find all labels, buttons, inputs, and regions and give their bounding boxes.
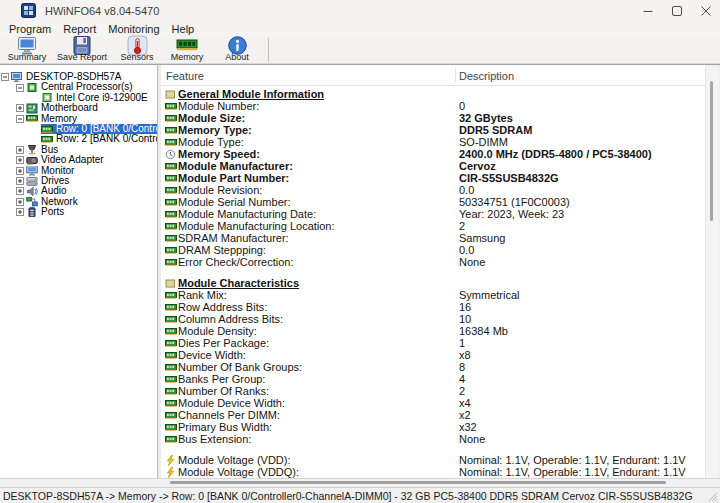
toolbar-button-memory[interactable]: Memory [162, 37, 212, 63]
tree-item-row-0-bank-0-controller0-c[interactable]: Row: 0 [BANK 0/Controller0-C [0, 124, 157, 134]
expand-plus-icon[interactable] [16, 146, 24, 154]
horizontal-scrollbar-thumb[interactable] [170, 481, 666, 484]
ram-icon [165, 221, 177, 232]
collapse-minus-icon[interactable] [16, 115, 24, 123]
tree-item-label: Ports [41, 207, 64, 217]
vertical-scrollbar[interactable] [705, 66, 718, 478]
feature-label: Column Address Bits: [178, 313, 283, 325]
list-row-module-density[interactable]: Module Density:16384 Mb [161, 325, 706, 337]
cpu-chip-icon [41, 93, 53, 103]
tree-item-motherboard[interactable]: Motherboard [0, 103, 157, 113]
list-row-module-size[interactable]: Module Size:32 GBytes [161, 112, 706, 124]
tree-item-audio[interactable]: Audio [0, 186, 157, 196]
tree-item-desktop-8sdh57a[interactable]: DESKTOP-8SDH57A [0, 72, 157, 82]
list-row-memory-speed[interactable]: Memory Speed:2400.0 MHz (DDR5-4800 / PC5… [161, 148, 706, 160]
drives-icon [26, 176, 38, 186]
list-row-module-manufacturing-location[interactable]: Module Manufacturing Location:2 [161, 220, 706, 232]
column-divider[interactable] [455, 68, 456, 82]
toolbar-button-label: Summary [8, 53, 47, 62]
maximize-button[interactable] [662, 0, 691, 21]
list-row-bus-extension[interactable]: Bus Extension:None [161, 433, 706, 445]
expand-plus-icon[interactable] [16, 167, 24, 175]
list-row-memory-type[interactable]: Memory Type:DDR5 SDRAM [161, 124, 706, 136]
horizontal-scrollbar[interactable] [0, 478, 720, 487]
status-text: DESKTOP-8SDH57A -> Memory -> Row: 0 [BAN… [3, 490, 693, 502]
list-row-device-width[interactable]: Device Width:x8 [161, 349, 706, 361]
list-row-error-check-correction[interactable]: Error Check/Correction:None [161, 256, 706, 268]
feature-label: Dies Per Package: [178, 337, 269, 349]
tree-item-video-adapter[interactable]: Video Adapter [0, 155, 157, 165]
expand-plus-icon[interactable] [16, 187, 24, 195]
menu-item-help[interactable]: Help [166, 22, 201, 36]
summary-computer-icon [16, 37, 38, 53]
audio-icon [26, 186, 38, 196]
list-row-banks-per-group[interactable]: Banks Per Group:4 [161, 373, 706, 385]
tree-item-memory[interactable]: Memory [0, 114, 157, 124]
vertical-scrollbar-thumb[interactable] [710, 81, 713, 221]
list-row-module-manufacturer[interactable]: Module Manufacturer:Cervoz [161, 160, 706, 172]
expand-plus-icon[interactable] [16, 198, 24, 206]
tree-item-central-processor-s[interactable]: Central Processor(s) [0, 82, 157, 92]
tree-item-row-2-bank-0-controller1-c[interactable]: Row: 2 [BANK 0/Controller1-C [0, 134, 157, 144]
toolbar-button-sensors[interactable]: Sensors [112, 37, 162, 63]
list-row-module-voltage-vdd[interactable]: Module Voltage (VDD):Nominal: 1.1V, Oper… [161, 454, 706, 466]
ram-icon [165, 434, 177, 445]
list-row-sdram-manufacturer[interactable]: SDRAM Manufacturer:Samsung [161, 232, 706, 244]
minimize-button[interactable] [633, 0, 662, 21]
list-row-primary-bus-width[interactable]: Primary Bus Width:x32 [161, 421, 706, 433]
ram-icon [165, 125, 177, 136]
list-row-module-part-number[interactable]: Module Part Number:CIR-S5SUSB4832G [161, 172, 706, 184]
expand-plus-icon[interactable] [16, 104, 24, 112]
list-row-module-manufacturing-date[interactable]: Module Manufacturing Date:Year: 2023, We… [161, 208, 706, 220]
toolbar-button-about[interactable]: About [212, 37, 262, 63]
expand-plus-icon[interactable] [16, 156, 24, 164]
list-section-general-module-information[interactable]: General Module Information [161, 88, 706, 100]
list-row-module-serial-number[interactable]: Module Serial Number:50334751 (1F0C0003) [161, 196, 706, 208]
ram-icon [165, 338, 177, 349]
column-header-description[interactable]: Description [459, 70, 514, 82]
feature-label: Module Device Width: [178, 397, 285, 409]
list-header: Feature Description [161, 65, 706, 86]
tree-item-drives[interactable]: Drives [0, 176, 157, 186]
list-row-row-address-bits[interactable]: Row Address Bits:16 [161, 301, 706, 313]
tree-item-label: DESKTOP-8SDH57A [26, 72, 121, 82]
list-row-dram-steppping[interactable]: DRAM Steppping:0.0 [161, 244, 706, 256]
ram-icon [165, 302, 177, 313]
list-row-module-voltage-vddq[interactable]: Module Voltage (VDDQ):Nominal: 1.1V, Ope… [161, 466, 706, 478]
collapse-minus-icon[interactable] [1, 73, 9, 81]
description-value: x8 [459, 349, 471, 361]
computer-icon [11, 72, 23, 82]
toolbar-button-summary[interactable]: Summary [2, 37, 52, 63]
feature-label: Module Type: [178, 136, 244, 148]
tree-item-bus[interactable]: Bus [0, 145, 157, 155]
list-row-module-type[interactable]: Module Type:SO-DIMM [161, 136, 706, 148]
tree-item-network[interactable]: Network [0, 197, 157, 207]
ram-icon [165, 290, 177, 301]
expand-plus-icon[interactable] [16, 208, 24, 216]
list-row-module-device-width[interactable]: Module Device Width:x4 [161, 397, 706, 409]
list-row-module-revision[interactable]: Module Revision:0.0 [161, 184, 706, 196]
tree-item-monitor[interactable]: Monitor [0, 166, 157, 176]
list-row-number-of-bank-groups[interactable]: Number Of Bank Groups:8 [161, 361, 706, 373]
expand-plus-icon[interactable] [16, 177, 24, 185]
tree-item-ports[interactable]: Ports [0, 207, 157, 217]
close-button[interactable] [691, 0, 720, 21]
collapse-minus-icon[interactable] [16, 84, 24, 92]
column-header-feature[interactable]: Feature [166, 70, 204, 82]
list-row-column-address-bits[interactable]: Column Address Bits:10 [161, 313, 706, 325]
toolbar-button-save-report[interactable]: Save Report [52, 37, 112, 63]
ram-icon [165, 233, 177, 244]
list-row-rank-mix[interactable]: Rank Mix:Symmetrical [161, 289, 706, 301]
description-value: 2 [459, 385, 465, 397]
list-row-number-of-ranks[interactable]: Number Of Ranks:2 [161, 385, 706, 397]
list-section-module-characteristics[interactable]: Module Characteristics [161, 277, 706, 289]
list-row-channels-per-dimm[interactable]: Channels Per DIMM:x2 [161, 409, 706, 421]
ram-icon [26, 114, 38, 124]
resize-grip[interactable] [707, 491, 718, 502]
description-value: None [459, 256, 485, 268]
tree-item-intel-core-i9-12900e[interactable]: Intel Core i9-12900E [0, 93, 157, 103]
feature-label: Module Voltage (VDD): [178, 454, 291, 466]
list-row-module-number[interactable]: Module Number:0 [161, 100, 706, 112]
tree-item-label: Row: 2 [BANK 0/Controller1-C [56, 134, 157, 144]
list-row-dies-per-package[interactable]: Dies Per Package:1 [161, 337, 706, 349]
